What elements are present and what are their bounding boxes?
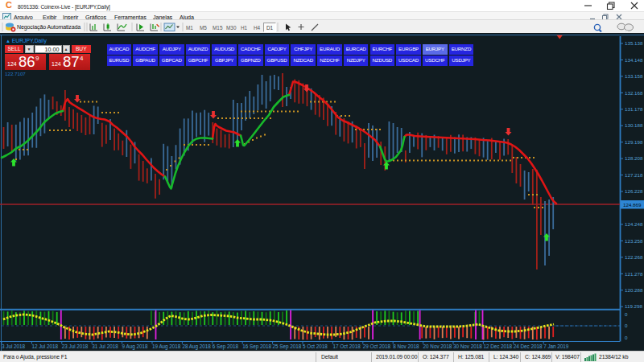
- svg-text:124.248: 124.248: [625, 221, 643, 227]
- svg-text:132.168: 132.168: [625, 90, 643, 96]
- svg-text:8 Nov 2018: 8 Nov 2018: [393, 343, 419, 349]
- svg-text:7 Jan 2019: 7 Jan 2019: [543, 343, 569, 349]
- svg-text:31 Jul 2018: 31 Jul 2018: [92, 343, 118, 349]
- svg-text:0: 0: [625, 335, 628, 340]
- svg-text:129.198: 129.198: [625, 139, 643, 145]
- svg-text:131.178: 131.178: [625, 106, 643, 112]
- svg-text:6 Sep 2018: 6 Sep 2018: [213, 343, 239, 350]
- svg-text:128.208: 128.208: [625, 155, 643, 161]
- svg-text:135.138: 135.138: [625, 40, 643, 46]
- svg-text:121.278: 121.278: [625, 271, 643, 277]
- svg-text:20 Nov 2018: 20 Nov 2018: [423, 343, 452, 349]
- svg-text:3 Jul 2018: 3 Jul 2018: [2, 343, 26, 349]
- svg-text:127.218: 127.218: [625, 172, 643, 178]
- svg-text:123.258: 123.258: [625, 238, 643, 244]
- svg-text:29 Oct 2018: 29 Oct 2018: [363, 343, 391, 349]
- svg-text:120.288: 120.288: [625, 287, 643, 293]
- svg-text:0: 0: [625, 311, 628, 317]
- svg-text:133.158: 133.158: [625, 73, 643, 79]
- svg-text:25 Sep 2018: 25 Sep 2018: [273, 343, 302, 350]
- svg-text:23 Jul 2018: 23 Jul 2018: [62, 343, 89, 349]
- svg-text:5 Oct 2018: 5 Oct 2018: [303, 343, 328, 349]
- svg-text:119.298: 119.298: [625, 303, 642, 309]
- svg-text:134.148: 134.148: [625, 57, 643, 63]
- svg-text:16 Sep 2018: 16 Sep 2018: [242, 343, 271, 350]
- svg-text:28 Aug 2018: 28 Aug 2018: [182, 343, 211, 350]
- svg-text:12 Jul 2018: 12 Jul 2018: [31, 343, 58, 349]
- svg-text:130.188: 130.188: [625, 122, 643, 128]
- svg-text:9 Aug 2018: 9 Aug 2018: [122, 343, 148, 350]
- svg-text:12 Dec 2018: 12 Dec 2018: [483, 343, 512, 349]
- svg-text:122.268: 122.268: [625, 254, 643, 260]
- svg-text:24 Dec 2018: 24 Dec 2018: [514, 343, 543, 349]
- svg-text:126.228: 126.228: [625, 188, 643, 194]
- svg-text:124.869: 124.869: [623, 202, 642, 208]
- svg-text:17 Oct 2018: 17 Oct 2018: [332, 343, 361, 349]
- svg-text:0: 0: [625, 323, 628, 328]
- svg-text:30 Nov 2018: 30 Nov 2018: [453, 343, 482, 349]
- svg-text:19 Aug 2018: 19 Aug 2018: [152, 343, 181, 350]
